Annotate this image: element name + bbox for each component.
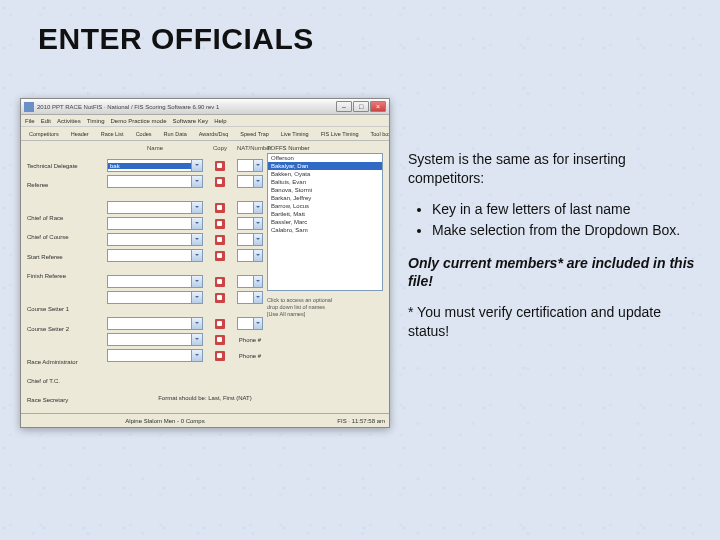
menu-edit[interactable]: Edit xyxy=(41,118,51,124)
nat-combo[interactable] xyxy=(237,291,263,304)
close-button[interactable]: × xyxy=(370,101,386,112)
name-combo[interactable] xyxy=(107,249,203,262)
hint-text: Click to access an optional drop down li… xyxy=(267,297,383,318)
list-item[interactable]: Barrow, Locus xyxy=(268,202,382,210)
chevron-down-icon[interactable] xyxy=(191,234,202,245)
list-item[interactable]: Baltuis, Evan xyxy=(268,178,382,186)
chevron-down-icon[interactable] xyxy=(253,292,262,303)
copy-icon[interactable] xyxy=(215,203,225,213)
chevron-down-icon[interactable] xyxy=(191,218,202,229)
list-item[interactable]: Bakalyar, Dan xyxy=(268,162,382,170)
copy-icon[interactable] xyxy=(215,293,225,303)
name-combo[interactable] xyxy=(107,217,203,230)
list-item[interactable]: Calabro, Sam xyxy=(268,226,382,234)
copy-icon[interactable] xyxy=(215,235,225,245)
nat-combo[interactable] xyxy=(237,275,263,288)
chevron-down-icon[interactable] xyxy=(191,160,202,171)
tool-livetiming[interactable]: Live Timing xyxy=(277,129,313,139)
list-label: TOFFS Number xyxy=(267,145,383,151)
copy-icon[interactable] xyxy=(215,335,225,345)
tool-awards[interactable]: Awards/Dsq xyxy=(195,129,233,139)
chevron-down-icon[interactable] xyxy=(253,160,262,171)
chevron-down-icon[interactable] xyxy=(191,318,202,329)
nat-combo[interactable] xyxy=(237,317,263,330)
nat-combo[interactable] xyxy=(237,201,263,214)
list-item[interactable]: Offerson xyxy=(268,154,382,162)
chevron-down-icon[interactable] xyxy=(191,202,202,213)
list-item[interactable]: Banova, Stormi xyxy=(268,186,382,194)
list-item[interactable]: Bakken, Oyata xyxy=(268,170,382,178)
field-label: Race Administrator xyxy=(27,355,103,368)
tool-toolbox[interactable]: Tool box xyxy=(367,129,389,139)
menu-timing[interactable]: Timing xyxy=(87,118,105,124)
chevron-down-icon[interactable] xyxy=(253,202,262,213)
chevron-down-icon[interactable] xyxy=(253,276,262,287)
chevron-down-icon[interactable] xyxy=(253,218,262,229)
name-combo[interactable]: bak xyxy=(107,159,203,172)
list-item[interactable]: Bassler, Marc xyxy=(268,218,382,226)
format-note: Format should be: Last, First (NAT) xyxy=(21,395,389,401)
nat-combo[interactable] xyxy=(237,175,263,188)
chevron-down-icon[interactable] xyxy=(253,318,262,329)
menu-help[interactable]: Help xyxy=(214,118,226,124)
nat-combo[interactable] xyxy=(237,217,263,230)
app-icon xyxy=(24,102,34,112)
intro-text: System is the same as for inserting comp… xyxy=(408,150,698,188)
tool-speedtrap[interactable]: Speed Trap xyxy=(236,129,272,139)
chevron-down-icon[interactable] xyxy=(191,334,202,345)
copy-icon[interactable] xyxy=(215,177,225,187)
chevron-down-icon[interactable] xyxy=(191,292,202,303)
chevron-down-icon[interactable] xyxy=(191,350,202,361)
field-label: Course Setter 1 xyxy=(27,303,103,316)
tool-competitors[interactable]: Competitors xyxy=(25,129,63,139)
menu-key[interactable]: Software Key xyxy=(173,118,209,124)
dropdown-area: TOFFS Number OffersonBakalyar, DanBakken… xyxy=(267,145,383,407)
nat-combo[interactable] xyxy=(237,249,263,262)
field-label: Chief of Race xyxy=(27,211,103,224)
name-combo[interactable] xyxy=(107,201,203,214)
copy-icon[interactable] xyxy=(215,161,225,171)
copy-icon[interactable] xyxy=(215,277,225,287)
name-combo[interactable] xyxy=(107,349,203,362)
titlebar[interactable]: 2010 PPT RACE NotFIS · National / FIS Sc… xyxy=(21,99,389,115)
tool-racelist[interactable]: Race List xyxy=(97,129,128,139)
field-label: Chief of T.C. xyxy=(27,374,103,387)
slide-title: ENTER OFFICIALS xyxy=(38,22,314,56)
chevron-down-icon[interactable] xyxy=(191,276,202,287)
app-window: 2010 PPT RACE NotFIS · National / FIS Sc… xyxy=(20,98,390,428)
field-label: Course Setter 2 xyxy=(27,322,103,335)
name-combo[interactable] xyxy=(107,291,203,304)
status-left: Alpine Slalom Men - 0 Comps xyxy=(25,418,305,424)
name-combo[interactable] xyxy=(107,333,203,346)
menu-activities[interactable]: Activities xyxy=(57,118,81,124)
maximize-button[interactable]: □ xyxy=(353,101,369,112)
copy-icon[interactable] xyxy=(215,251,225,261)
nat-combo[interactable] xyxy=(237,233,263,246)
chevron-down-icon[interactable] xyxy=(253,234,262,245)
name-listbox[interactable]: OffersonBakalyar, DanBakken, OyataBaltui… xyxy=(267,153,383,291)
chevron-down-icon[interactable] xyxy=(253,250,262,261)
chevron-down-icon[interactable] xyxy=(191,176,202,187)
copy-icon[interactable] xyxy=(215,351,225,361)
name-combo[interactable] xyxy=(107,175,203,188)
name-combo[interactable] xyxy=(107,233,203,246)
chevron-down-icon[interactable] xyxy=(253,176,262,187)
field-label: Chief of Course xyxy=(27,231,103,244)
list-item[interactable]: Bartlett, Matt xyxy=(268,210,382,218)
copy-icon[interactable] xyxy=(215,319,225,329)
copy-icon[interactable] xyxy=(215,219,225,229)
chevron-down-icon[interactable] xyxy=(191,250,202,261)
name-combo[interactable] xyxy=(107,275,203,288)
nat-combo[interactable] xyxy=(237,159,263,172)
name-combo[interactable] xyxy=(107,317,203,330)
list-item[interactable]: Barkan, Jeffrey xyxy=(268,194,382,202)
minimize-button[interactable]: – xyxy=(336,101,352,112)
tool-codes[interactable]: Codes xyxy=(132,129,156,139)
menu-file[interactable]: File xyxy=(25,118,35,124)
tool-rundata[interactable]: Run Data xyxy=(160,129,191,139)
tool-fislive[interactable]: FIS Live Timing xyxy=(317,129,363,139)
status-right: FIS · 11:57:58 am xyxy=(305,418,385,424)
tool-header[interactable]: Header xyxy=(67,129,93,139)
menu-demo[interactable]: Demo Practice mode xyxy=(110,118,166,124)
statusbar: Alpine Slalom Men - 0 Comps FIS · 11:57:… xyxy=(21,413,389,427)
